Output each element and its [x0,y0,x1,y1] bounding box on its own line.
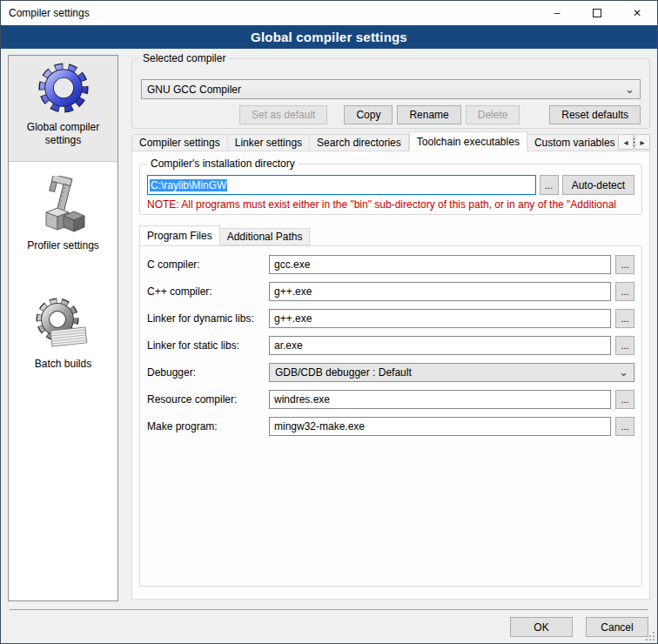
dynamic-linker-input[interactable] [269,309,611,328]
compiler-settings-dialog: Compiler settings – ✕ Global compiler se… [0,0,658,644]
tab-additional-paths[interactable]: Additional Paths [220,228,311,245]
main-panel: Selected compiler GNU GCC Compiler ⌄ Set… [130,55,652,601]
c-compiler-input[interactable] [269,255,611,274]
directory-browse-button[interactable]: ... [540,175,559,195]
programs-tabstrip: Program Files Additional Paths [139,225,642,245]
window-title: Compiler settings [9,7,90,19]
selected-compiler-group: Selected compiler GNU GCC Compiler ⌄ Set… [131,58,650,129]
tab-search-directories[interactable]: Search directories [310,134,409,151]
header-band: Global compiler settings [1,25,657,49]
tab-linker-settings[interactable]: Linker settings [228,134,310,151]
make-program-browse-button[interactable]: ... [615,417,634,436]
sidebar-item-batch-builds[interactable]: Batch builds [9,291,118,388]
maximize-icon [593,9,601,17]
debugger-select[interactable]: GDB/CDB debugger : Default ⌄ [269,363,634,382]
installation-directory-group: Compiler's installation directory C:\ray… [139,164,642,215]
arrow-right-icon: ▸ [640,138,644,147]
program-files-page: C compiler: ... C++ compiler: ... Linker… [139,245,642,587]
tab-custom-variables[interactable]: Custom variables [527,134,623,151]
sidebar-item-label: Global compiler settings [16,121,111,147]
sidebar-item-label: Profiler settings [16,239,111,252]
dynamic-linker-browse-button[interactable]: ... [615,309,634,328]
blue-gear-icon [37,61,91,117]
compiler-buttons-row: Set as default Copy Rename Delete Reset … [141,105,641,124]
caliper-icon [36,176,91,236]
footer-separator [10,609,648,610]
compiler-select-value: GNU GCC Compiler [147,84,621,96]
tab-scroll-left-button[interactable]: ◂ [618,134,634,150]
dynamic-linker-row: Linker for dynamic libs: ... [147,309,634,328]
cpp-compiler-label: C++ compiler: [147,285,269,298]
static-linker-browse-button[interactable]: ... [615,336,634,355]
cpp-compiler-browse-button[interactable]: ... [615,282,634,301]
resource-compiler-browse-button[interactable]: ... [615,390,634,409]
cpp-compiler-row: C++ compiler: ... [147,282,634,301]
c-compiler-row: C compiler: ... [147,255,634,274]
static-linker-label: Linker for static libs: [147,339,269,352]
installation-directory-input[interactable]: C:\raylib\MinGW [147,175,536,195]
c-compiler-label: C compiler: [147,258,269,271]
selected-compiler-legend: Selected compiler [139,52,229,64]
static-linker-input[interactable] [269,336,611,355]
tab-compiler-settings[interactable]: Compiler settings [131,134,228,151]
sidebar-item-global-compiler-settings[interactable]: Global compiler settings [9,56,118,162]
static-linker-row: Linker for static libs: ... [147,336,634,355]
make-program-label: Make program: [147,420,269,433]
cpp-compiler-input[interactable] [269,282,611,301]
make-program-row: Make program: ... [147,417,634,436]
chevron-down-icon: ⌄ [625,85,634,94]
titlebar[interactable]: Compiler settings – ✕ [1,1,657,25]
copy-button[interactable]: Copy [344,105,393,124]
resource-compiler-input[interactable] [269,390,611,409]
auto-detect-button[interactable]: Auto-detect [562,175,634,195]
page-title: Global compiler settings [251,30,407,44]
debugger-select-value: GDB/CDB debugger : Default [275,366,615,379]
close-icon: ✕ [633,7,641,19]
settings-tabstrip: Compiler settings Linker settings Search… [131,131,650,151]
directory-note: NOTE: All programs must exist either in … [147,198,634,211]
tab-scroll-arrows: ◂ ▸ [618,134,650,150]
dynamic-linker-label: Linker for dynamic libs: [147,312,269,325]
tab-program-files[interactable]: Program Files [139,225,220,245]
sidebar-item-profiler-settings[interactable]: Profiler settings [9,171,118,268]
make-program-input[interactable] [269,417,611,436]
toolchain-executables-page: Compiler's installation directory C:\ray… [131,151,650,600]
installation-directory-value: C:\raylib\MinGW [150,179,227,191]
gray-gear-stack-icon [36,296,91,354]
resize-grip[interactable] [645,631,655,641]
installation-directory-legend: Compiler's installation directory [147,158,299,170]
debugger-label: Debugger: [147,366,269,379]
tab-toolchain-executables[interactable]: Toolchain executables [409,131,527,151]
minimize-icon: – [554,7,561,19]
close-button[interactable]: ✕ [617,1,657,25]
tab-scroll-right-button[interactable]: ▸ [634,134,650,150]
sidebar: Global compiler settings [8,55,118,601]
compiler-select[interactable]: GNU GCC Compiler ⌄ [141,79,641,99]
maximize-button[interactable] [577,1,617,25]
debugger-row: Debugger: GDB/CDB debugger : Default ⌄ [147,363,634,382]
arrow-left-icon: ◂ [623,138,628,147]
resource-compiler-row: Resource compiler: ... [147,390,634,409]
chevron-down-icon: ⌄ [619,368,628,377]
c-compiler-browse-button[interactable]: ... [615,255,634,274]
resource-compiler-label: Resource compiler: [147,393,269,406]
minimize-button[interactable]: – [537,1,577,25]
reset-defaults-button[interactable]: Reset defaults [549,105,641,124]
ok-button[interactable]: OK [510,617,573,637]
rename-button[interactable]: Rename [397,105,460,124]
set-as-default-button: Set as default [239,105,327,124]
sidebar-item-label: Batch builds [16,358,111,371]
delete-button: Delete [466,105,520,124]
cancel-button[interactable]: Cancel [586,617,648,637]
